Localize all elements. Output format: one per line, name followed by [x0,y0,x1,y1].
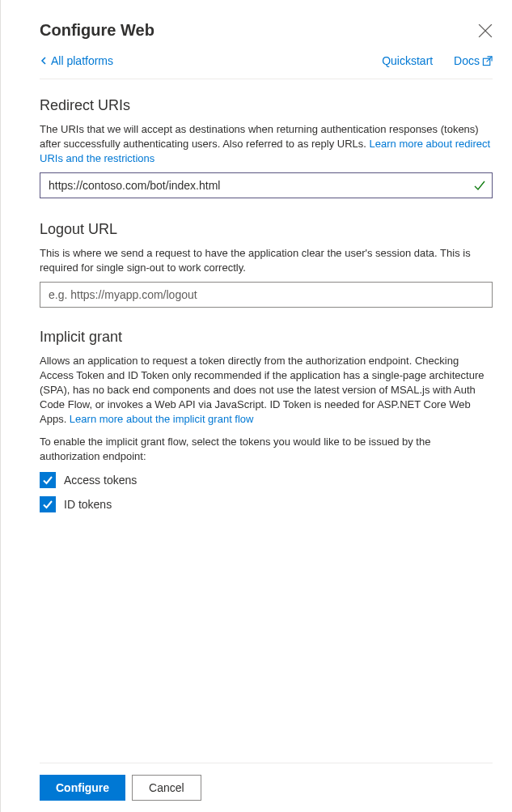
back-link-label: All platforms [51,54,113,67]
logout-url-input[interactable] [40,282,493,308]
docs-link[interactable]: Docs [454,54,493,67]
external-link-icon [482,56,493,66]
redirect-uris-description: The URIs that we will accept as destinat… [40,122,493,166]
divider [40,79,493,79]
redirect-uri-input[interactable] [40,172,493,198]
close-icon[interactable] [478,23,493,38]
implicit-grant-description: Allows an application to request a token… [40,354,493,427]
svg-line-3 [487,56,493,62]
cancel-button[interactable]: Cancel [132,775,201,801]
implicit-grant-heading: Implicit grant [40,329,493,346]
logout-url-description: This is where we send a request to have … [40,246,493,275]
checkbox-checked-icon [40,496,56,512]
panel-title: Configure Web [40,21,154,40]
checkbox-checked-icon [40,472,56,488]
chevron-left-icon [40,57,48,65]
back-all-platforms-link[interactable]: All platforms [40,54,113,67]
implicit-enable-note: To enable the implicit grant flow, selec… [40,435,493,464]
logout-url-heading: Logout URL [40,221,493,238]
access-tokens-label: Access tokens [64,474,137,487]
configure-button[interactable]: Configure [40,775,125,801]
id-tokens-label: ID tokens [64,498,112,511]
quickstart-link[interactable]: Quickstart [382,54,433,67]
id-tokens-checkbox[interactable]: ID tokens [40,496,493,512]
docs-link-label: Docs [454,54,480,67]
access-tokens-checkbox[interactable]: Access tokens [40,472,493,488]
learn-more-implicit-link[interactable]: Learn more about the implicit grant flow [70,413,254,425]
redirect-uris-heading: Redirect URIs [40,97,493,114]
